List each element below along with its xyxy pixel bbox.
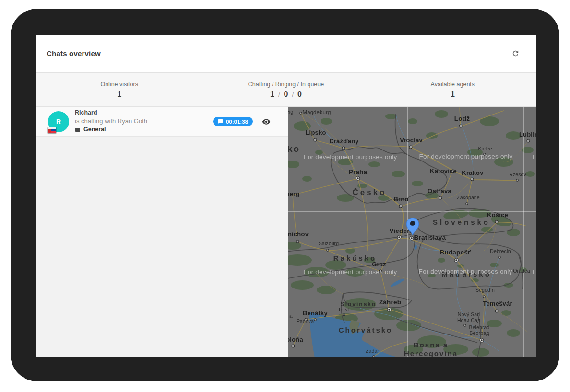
map-town-label: Magdeburg: [302, 109, 331, 115]
page-title: Chats overview: [47, 49, 101, 58]
map[interactable]: koČeskoSlovenskoRakúskoMaďarskoSlovinsko…: [288, 107, 536, 357]
map-city-marker: [399, 205, 402, 208]
map-town-label: Debrecín: [490, 248, 511, 254]
map-country-label: Srbsko: [463, 356, 497, 357]
map-city-marker: [373, 356, 375, 357]
folder-icon: [75, 127, 81, 133]
map-city-marker: [483, 296, 485, 298]
map-city-marker: [481, 339, 482, 341]
map-country-label: Bosna a: [414, 341, 448, 349]
map-city-marker: [455, 259, 457, 261]
map-city-label: oloňa: [288, 336, 303, 343]
map-city-label: Mníchov: [288, 231, 309, 238]
stat-available-agents: Available agents 1: [369, 73, 536, 106]
map-country-label: Česko: [352, 188, 386, 197]
map-city-marker: [314, 138, 317, 141]
map-watermark: For development purposes only: [304, 268, 397, 276]
map-city-label: Záhreb: [379, 299, 401, 306]
map-city-marker: [398, 236, 400, 238]
map-town-label: Kielce: [478, 146, 492, 151]
map-city-marker: [459, 125, 462, 127]
map-country-label: Slovensko: [433, 218, 490, 226]
chat-status-text: is chatting with Ryan Goth: [75, 117, 213, 125]
department-label: General: [83, 126, 106, 134]
content: R Richard is chatting with Ryan Goth: [36, 107, 536, 357]
eye-icon: [262, 117, 271, 126]
map-watermark: For development purposes only: [419, 153, 513, 160]
stat-chatting-ringing-queue: Chatting / Ringing / In queue 1/0/0: [202, 73, 369, 106]
chat-list-panel: R Richard is chatting with Ryan Goth: [36, 107, 288, 357]
map-canvas: koČeskoSlovenskoRakúskoMaďarskoSlovinsko…: [288, 107, 536, 357]
avatar: R: [48, 111, 69, 132]
map-city-marker: [516, 179, 518, 181]
map-city-marker: [342, 147, 345, 150]
map-city-label: Graz: [372, 261, 386, 268]
stat-value: 1: [117, 91, 121, 98]
map-town-label: Salzburg: [319, 241, 339, 246]
map-city-label: Ostrava: [428, 187, 451, 195]
map-city-marker: [300, 112, 302, 114]
view-chat-button[interactable]: [260, 115, 273, 128]
stats-bar: Online visitors 1 Chatting / Ringing / I…: [36, 73, 536, 107]
map-city-marker: [495, 220, 498, 223]
map-city-marker: [439, 196, 442, 199]
map-town-label: Terst: [338, 307, 349, 312]
chat-list-item[interactable]: R Richard is chatting with Ryan Goth: [36, 107, 288, 137]
stat-value: 1/0/0: [270, 91, 302, 98]
stat-label: Chatting / Ringing / In queue: [248, 81, 324, 88]
map-town-label: Nový Sad: [458, 311, 480, 317]
map-country-label: Hercegovina: [404, 349, 458, 357]
map-city-marker: [466, 203, 468, 205]
map-city-label: Bratislava: [414, 234, 446, 241]
map-city-marker: [499, 256, 500, 258]
map-city-label: Katovice: [430, 167, 457, 174]
map-city-marker: [296, 240, 299, 243]
map-city-label: Budapešť: [439, 249, 471, 256]
app-window: Chats overview Online visitors 1 Chattin…: [36, 35, 536, 357]
map-city-marker: [527, 139, 530, 142]
map-country-label: Chorvátsko: [339, 326, 393, 334]
refresh-icon: [511, 49, 520, 58]
map-city-label: Vroclav: [400, 137, 423, 144]
map-watermark: For development purposes only: [304, 153, 397, 161]
stat-label: Available agents: [431, 81, 475, 88]
map-city-label: berg: [288, 190, 299, 197]
map-town-label: eig: [288, 109, 293, 115]
map-city-label: Temešvár: [483, 300, 512, 307]
chat-duration-badge[interactable]: 00:01:38: [213, 117, 253, 126]
chat-bubble-icon: [218, 119, 223, 124]
map-town-label: Oradea: [513, 268, 530, 274]
refresh-button[interactable]: [510, 47, 522, 59]
map-city-label: Krakov: [462, 169, 484, 176]
map-city-label: Lublin: [519, 131, 536, 138]
app-header: Chats overview: [36, 35, 536, 73]
map-town-label: Zadar: [366, 348, 379, 354]
stat-online-visitors: Online visitors 1: [36, 73, 202, 106]
map-city-marker: [314, 319, 316, 321]
map-town-label: Belehrad: [469, 324, 490, 330]
map-town-label: Rzešov: [509, 172, 526, 177]
map-city-label: Drážďany: [329, 138, 359, 145]
map-town-label: Padova: [297, 318, 314, 324]
map-city-marker: [327, 249, 329, 251]
stat-value: 1: [451, 91, 455, 98]
chat-duration: 00:01:38: [226, 119, 248, 125]
map-watermark: For development purposes only: [533, 153, 536, 161]
map-city-marker: [343, 314, 345, 316]
map-city-marker: [409, 146, 412, 149]
map-town-label: Segedín: [475, 287, 495, 293]
slovakia-flag-icon: [48, 127, 56, 133]
map-city-label: Lodž: [454, 115, 470, 122]
map-city-marker: [292, 345, 295, 347]
map-city-label: Lipsko: [305, 129, 326, 136]
map-watermark: For development purposes only: [533, 268, 536, 276]
chat-department: General: [75, 126, 213, 134]
map-town-label: Београд: [470, 330, 489, 336]
visitor-name: Richard: [75, 109, 213, 117]
map-town-label: na: [288, 313, 293, 319]
stat-label: Online visitors: [100, 81, 138, 88]
map-country-label: Rakúsko: [333, 254, 377, 262]
map-town-label: Zakopané: [457, 195, 480, 200]
map-city-label: Praha: [349, 168, 368, 175]
map-city-label: Benátky: [303, 310, 328, 317]
